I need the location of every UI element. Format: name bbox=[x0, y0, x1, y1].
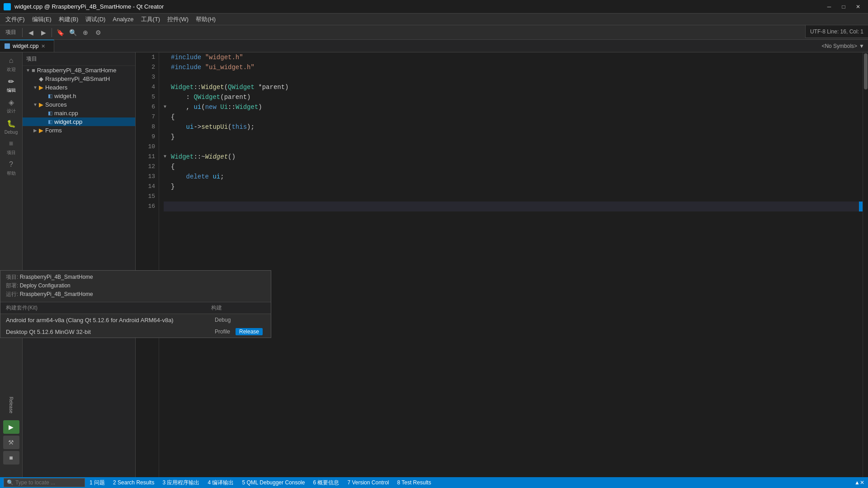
run-button[interactable]: ▶ bbox=[3, 420, 19, 434]
help-icon: ? bbox=[6, 160, 16, 169]
kit-col-build: 构建 bbox=[211, 304, 265, 312]
sidebar-item-welcome[interactable]: ⌂ 欢迎 bbox=[1, 54, 21, 74]
status-tab-overview[interactable]: 6 概要信息 bbox=[309, 477, 343, 488]
close-panel-button[interactable]: ✕ bbox=[860, 479, 864, 486]
sidebar-item-help[interactable]: ? 帮助 bbox=[1, 158, 21, 178]
tree-sources-folder[interactable]: ▼ ▶ Sources bbox=[23, 100, 135, 109]
app-icon bbox=[4, 3, 11, 10]
design-icon: ◈ bbox=[6, 97, 16, 107]
stop-button[interactable]: ■ bbox=[3, 451, 19, 465]
tab-close-button[interactable]: ✕ bbox=[41, 43, 45, 49]
toolbar: 项目 ◀ ▶ 🔖 🔍 ⊕ ⚙ bbox=[0, 25, 868, 40]
kit-android-build: Debug bbox=[211, 316, 265, 324]
editor-area: 1 2 3 4 5 6 7 8 9 10 11 12 13 14 15 16 bbox=[136, 52, 868, 477]
status-tab-app-output[interactable]: 3 应用程序输出 bbox=[159, 477, 203, 488]
project-root-icon: ■ bbox=[32, 67, 35, 74]
tree-widget-cpp-label: widget.cpp bbox=[54, 118, 82, 125]
settings-button[interactable]: ⚙ bbox=[92, 27, 104, 38]
tab-bar: widget.cpp ✕ <No Symbols> ▼ UTF-8 Line: … bbox=[0, 40, 868, 52]
line-4: 4 bbox=[136, 82, 155, 92]
sidebar-item-project[interactable]: ≡ 项目 bbox=[1, 137, 21, 157]
symbols-dropdown[interactable]: <No Symbols> ▼ bbox=[818, 40, 868, 52]
status-encoding: UTF-8 Line: 16, Col: 1 bbox=[805, 25, 868, 38]
code-line-5: : QWidget(parent) bbox=[164, 92, 863, 102]
menu-help[interactable]: 帮助(H) bbox=[192, 14, 219, 24]
toolbar-separator-2 bbox=[52, 28, 52, 37]
status-tab-test[interactable]: 8 Test Results bbox=[393, 477, 434, 488]
tree-widget-h-label: widget.h bbox=[54, 93, 76, 99]
maximize-panel-button[interactable]: ▲ bbox=[854, 479, 860, 486]
status-tab-compile[interactable]: 4 编译输出 bbox=[204, 477, 237, 488]
status-tab-vc[interactable]: 7 Version Control bbox=[344, 477, 392, 488]
scroll-thumb[interactable] bbox=[864, 53, 868, 89]
status-tab-qml[interactable]: 5 QML Debugger Console bbox=[238, 477, 308, 488]
line-16: 16 bbox=[136, 202, 155, 211]
sidebar-item-debug[interactable]: 🐛 Debug bbox=[1, 117, 21, 136]
menu-tools[interactable]: 工具(T) bbox=[137, 14, 164, 24]
scrollbar[interactable] bbox=[863, 52, 868, 477]
menu-debug[interactable]: 调试(D) bbox=[82, 14, 109, 24]
tree-sources-label: Sources bbox=[45, 101, 67, 108]
active-tab[interactable]: widget.cpp ✕ bbox=[0, 40, 54, 52]
sidebar-label-welcome: 欢迎 bbox=[7, 66, 16, 73]
release-badge-btn[interactable]: Release bbox=[236, 328, 263, 335]
tree-header-label: 项目 bbox=[26, 55, 37, 63]
kit-row-desktop[interactable]: Desktop Qt 5.12.6 MinGW 32-bit Profile R… bbox=[0, 326, 271, 338]
tree-forms-folder[interactable]: ▶ ▶ Forms bbox=[23, 126, 135, 135]
widget-cpp-file-icon: ◧ bbox=[48, 119, 52, 125]
headers-expand-arrow: ▼ bbox=[32, 85, 39, 90]
tree-headers-folder[interactable]: ▼ ▶ Headers bbox=[23, 83, 135, 92]
code-view[interactable]: 1 2 3 4 5 6 7 8 9 10 11 12 13 14 15 16 bbox=[136, 52, 868, 477]
window-title: widget.cpp @ RraspberryPi_4B_SmartHome -… bbox=[14, 3, 819, 10]
locate-button[interactable]: ⊕ bbox=[80, 27, 91, 38]
status-tab-search[interactable]: 2 Search Results bbox=[109, 477, 158, 488]
forms-expand-arrow: ▶ bbox=[32, 128, 39, 133]
code-line-16 bbox=[164, 202, 863, 211]
code-line-11: ▼ Widget::~Widget() bbox=[164, 152, 863, 162]
status-tab-issues[interactable]: 1 问题 bbox=[86, 477, 108, 488]
maximize-button[interactable]: □ bbox=[837, 2, 850, 11]
debug-badge: Debug bbox=[211, 316, 234, 324]
tree-widget-h[interactable]: ◧ widget.h bbox=[23, 92, 135, 100]
run-controls: Release ▶ ⚒ ■ bbox=[0, 389, 23, 466]
menu-controls[interactable]: 控件(W) bbox=[164, 14, 192, 24]
search-box[interactable]: 🔍 bbox=[4, 478, 85, 487]
line-numbers: 1 2 3 4 5 6 7 8 9 10 11 12 13 14 15 16 bbox=[136, 52, 159, 477]
tree-widget-cpp[interactable]: ◧ widget.cpp bbox=[23, 117, 135, 126]
line-6: 6 bbox=[136, 102, 155, 112]
project-icon: ≡ bbox=[6, 139, 16, 149]
kit-row-android[interactable]: Android for arm64-v8a (Clang Qt 5.12.6 f… bbox=[0, 314, 271, 326]
tree-header: 项目 bbox=[23, 52, 135, 66]
minimize-button[interactable]: ─ bbox=[823, 2, 835, 11]
code-content[interactable]: #include "widget.h" #include "ui_widget.… bbox=[159, 52, 863, 477]
bookmark-button[interactable]: 🔖 bbox=[54, 27, 66, 38]
menu-build[interactable]: 构建(B) bbox=[55, 14, 82, 24]
close-button[interactable]: ✕ bbox=[852, 2, 864, 11]
forward-button[interactable]: ▶ bbox=[38, 27, 49, 38]
menu-edit[interactable]: 编辑(E) bbox=[28, 14, 55, 24]
cpp-file-icon-tree: ◧ bbox=[48, 110, 52, 116]
build-button[interactable]: ⚒ bbox=[3, 436, 19, 449]
line-5: 5 bbox=[136, 92, 155, 102]
release-label[interactable]: Release bbox=[9, 391, 14, 418]
debug-icon: 🐛 bbox=[6, 119, 16, 129]
file-tree: 项目 ▼ ■ RraspberryPi_4B_SmartHome ◆ Rrasp… bbox=[23, 52, 136, 477]
tree-project-filename: RraspberryPi_4BSmartH bbox=[45, 75, 110, 82]
menu-file[interactable]: 文件(F) bbox=[2, 14, 28, 24]
search-button[interactable]: 🔍 bbox=[67, 27, 79, 38]
search-input[interactable] bbox=[15, 479, 79, 486]
back-button[interactable]: ◀ bbox=[25, 27, 37, 38]
tree-project-root[interactable]: ▼ ■ RraspberryPi_4B_SmartHome bbox=[23, 66, 135, 75]
menu-analyze[interactable]: Analyze bbox=[109, 15, 137, 23]
sidebar-item-design[interactable]: ◈ 设计 bbox=[1, 96, 21, 116]
kit-info-header: 项目: RraspberryPi_4B_SmartHome部署: Deploy … bbox=[0, 271, 271, 302]
line-14: 14 bbox=[136, 182, 155, 192]
kit-android-label: Android for arm64-v8a (Clang Qt 5.12.6 f… bbox=[6, 317, 211, 324]
tree-project-file[interactable]: ◆ RraspberryPi_4BSmartH bbox=[23, 75, 135, 83]
tree-main-cpp[interactable]: ◧ main.cpp bbox=[23, 109, 135, 117]
search-icon: 🔍 bbox=[7, 479, 14, 486]
sidebar-label-design: 设计 bbox=[7, 108, 16, 114]
menu-bar: 文件(F) 编辑(E) 构建(B) 调试(D) Analyze 工具(T) 控件… bbox=[0, 14, 868, 25]
profile-badge: Profile bbox=[211, 328, 234, 335]
sidebar-item-edit[interactable]: ✏ 编辑 bbox=[1, 75, 21, 95]
